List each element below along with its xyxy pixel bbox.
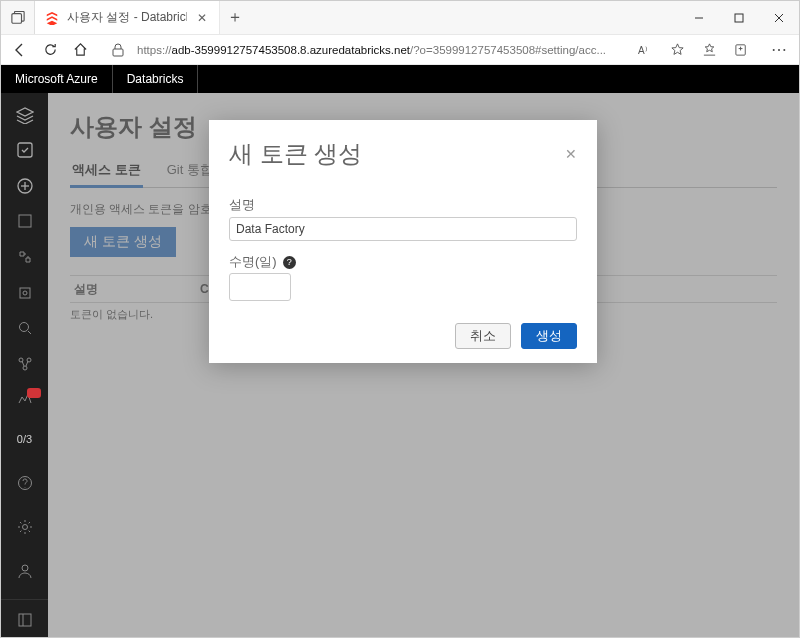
comment-input[interactable] <box>229 217 577 241</box>
sidebar-item-search[interactable] <box>9 314 41 342</box>
tabs-button[interactable] <box>1 1 35 34</box>
svg-point-21 <box>23 366 27 370</box>
svg-rect-14 <box>19 215 31 227</box>
sidebar: 0/3 <box>1 93 48 637</box>
sidebar-item-data[interactable] <box>9 208 41 236</box>
collections-button[interactable] <box>729 39 753 61</box>
sidebar-item-compute[interactable] <box>9 279 41 307</box>
maximize-button[interactable] <box>719 6 759 30</box>
sidebar-item-recents[interactable] <box>9 137 41 165</box>
lifetime-input[interactable] <box>229 273 291 301</box>
create-token-modal: 새 토큰 생성 ✕ 설명 수명(일) ? 취소 생성 <box>209 120 597 363</box>
svg-point-24 <box>22 565 28 571</box>
help-icon[interactable]: ? <box>283 256 296 269</box>
lifetime-label: 수명(일) <box>229 253 277 271</box>
sidebar-item-settings[interactable] <box>9 511 41 543</box>
sidebar-item-help[interactable] <box>9 467 41 499</box>
read-aloud-button[interactable]: A⁾ <box>633 39 657 61</box>
more-button[interactable]: ⋯ <box>767 39 791 61</box>
refresh-button[interactable] <box>39 39 61 61</box>
nav-azure[interactable]: Microsoft Azure <box>1 65 113 93</box>
svg-point-16 <box>23 291 27 295</box>
url-field[interactable]: https://adb-3599912757453508.8.azuredata… <box>137 39 625 61</box>
svg-point-17 <box>19 323 28 332</box>
svg-text:A⁾: A⁾ <box>638 45 647 56</box>
favorites-list-button[interactable] <box>697 39 721 61</box>
tabs-icon <box>11 11 25 25</box>
url-host: adb-3599912757453508.8.azuredatabricks.n… <box>172 44 411 56</box>
create-button[interactable]: 생성 <box>521 323 577 349</box>
modal-title: 새 토큰 생성 <box>229 138 362 170</box>
tab-close-button[interactable]: ✕ <box>195 9 209 27</box>
window-controls <box>679 6 799 30</box>
sidebar-item-user[interactable] <box>9 555 41 587</box>
browser-tab[interactable]: 사용자 설정 - Databricks ✕ <box>35 1 220 34</box>
home-button[interactable] <box>69 39 91 61</box>
svg-rect-5 <box>113 49 123 56</box>
sidebar-item-catalog[interactable] <box>9 350 41 378</box>
url-path: /?o=3599912757453508#setting/acc... <box>410 44 606 56</box>
tab-title: 사용자 설정 - Databricks <box>67 9 187 26</box>
back-button[interactable] <box>9 39 31 61</box>
svg-rect-15 <box>20 288 30 298</box>
svg-rect-10 <box>18 143 32 157</box>
svg-point-23 <box>22 525 27 530</box>
modal-close-button[interactable]: ✕ <box>565 146 577 162</box>
svg-rect-0 <box>11 13 21 23</box>
minimize-button[interactable] <box>679 6 719 30</box>
sidebar-item-workflows[interactable] <box>9 243 41 271</box>
window-titlebar: 사용자 설정 - Databricks ✕ ＋ <box>1 1 799 35</box>
cancel-button[interactable]: 취소 <box>455 323 511 349</box>
sidebar-item-experiments[interactable] <box>9 386 41 414</box>
sidebar-item-create[interactable] <box>9 172 41 200</box>
nav-databricks[interactable]: Databricks <box>113 65 199 93</box>
address-bar: https://adb-3599912757453508.8.azuredata… <box>1 35 799 65</box>
sidebar-progress[interactable]: 0/3 <box>9 423 41 455</box>
svg-rect-25 <box>19 614 31 626</box>
lock-icon[interactable] <box>107 39 129 61</box>
svg-line-18 <box>28 331 31 334</box>
top-nav: Microsoft Azure Databricks <box>1 65 799 93</box>
new-tab-button[interactable]: ＋ <box>220 7 250 28</box>
svg-rect-2 <box>735 14 743 22</box>
comment-label: 설명 <box>229 196 577 214</box>
databricks-favicon-icon <box>45 11 59 25</box>
favorite-button[interactable] <box>665 39 689 61</box>
sidebar-item-expand[interactable] <box>1 599 48 631</box>
close-window-button[interactable] <box>759 6 799 30</box>
sidebar-item-workspace[interactable] <box>9 101 41 129</box>
